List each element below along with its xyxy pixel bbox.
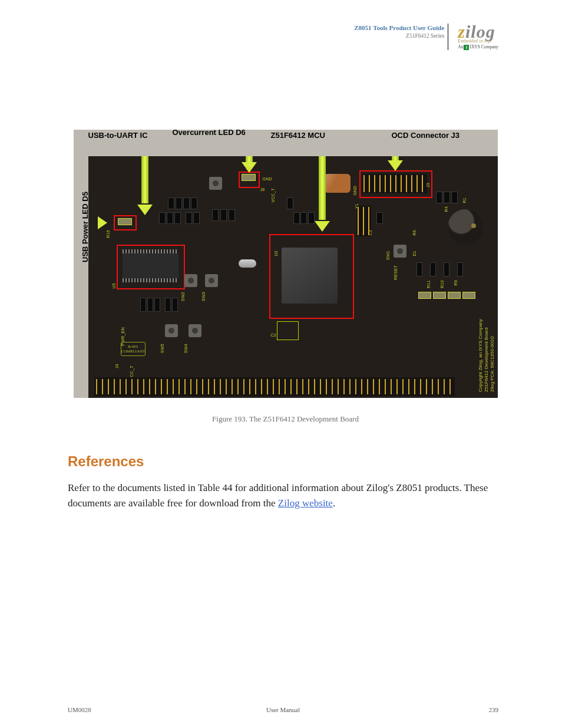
smd-12 [229,209,235,221]
smd-7 [174,212,181,224]
button-sw4 [189,324,201,337]
silk-d1: D1 [412,251,416,256]
smd-28 [444,262,449,276]
smd-6 [167,212,173,224]
smd-15 [300,212,307,224]
silk-sw1: SW1 [386,251,390,260]
zilog-website-link[interactable]: Zilog website [278,498,333,509]
silk-sw5: SW5 [160,344,164,353]
smd-23 [154,298,160,312]
button-reset [394,245,406,258]
header-divider [448,24,448,50]
silk-r16: R16 [106,230,110,238]
doc-title: Z8051 Tools Product User Guide [354,24,444,32]
section-heading: References [68,453,503,470]
footer-doc-id: UM0028 [68,706,91,713]
led-row-1 [448,292,461,299]
smd-9 [193,212,200,224]
smd-22 [147,298,153,312]
pcb: U5 U2 J3 J8 GND GND VCC_T PWR_EN RESET S… [88,156,498,398]
silk-sw2: SW2 [181,292,185,301]
silk-c3: C3 [368,230,372,236]
smd-29 [457,262,463,276]
smd-14 [293,212,300,224]
label-overcurrent: Overcurrent LED D6 [173,128,246,137]
silk-r1: R1 [462,197,467,203]
silk-gnd1: GND [263,177,272,181]
ixys-mark-icon: I [464,45,469,50]
outline-c2 [277,321,299,340]
arrow-d5 [98,216,111,229]
smd-25 [172,298,178,312]
led-d6 [242,174,256,181]
silk-u2: U2 [274,251,278,256]
crystal [239,259,256,268]
led-row-2 [462,292,475,299]
footer-doc-type: User Manual [266,706,300,713]
smd-27 [430,262,436,276]
smd-5 [159,212,166,224]
board-copyright: Copyright Zilog, an IXYS Company Z51F641… [478,251,495,392]
smd-10 [212,209,219,221]
arrow-ocd [389,156,402,171]
silk-r6: R6 [412,230,416,236]
rohs-badge: RoHS COMPLIANT [121,342,146,356]
silk-reset: RESET [394,265,398,280]
silk-r4: R4 [444,206,448,212]
smd-21 [140,298,146,312]
bottom-header [94,365,455,397]
footer-page-number: 239 [489,706,499,713]
page-header: Z8051 Tools Product User Guide Z51F6412 … [354,24,498,50]
figure-caption: Figure 193. The Z51F6412 Development Boa… [68,414,503,424]
button-sw3 [205,274,218,287]
box-ocd [359,170,432,198]
led-row-3 [418,292,431,299]
silk-j3: J3 [426,183,430,187]
smd-13 [287,197,293,209]
silk-y1: Y1 [355,203,359,209]
label-mcu: Z51F6412 MCU [271,131,325,140]
smd-24 [165,298,171,312]
label-ocd: OCD Connector J3 [392,131,460,140]
silk-gnd2: GND [353,186,357,195]
callout-labels: USB-to-UART IC Overcurrent LED D6 Z51F64… [74,130,498,144]
running-head: Z8051 Tools Product User Guide Z51F6412 … [354,24,444,50]
silk-c2: C2 [271,333,277,337]
arrow-mcu [316,156,329,232]
smd-3 [183,197,190,209]
smd-1 [168,197,174,209]
page-footer: UM0028 User Manual 239 [68,706,498,713]
silk-r10: R10 [440,280,444,288]
silk-j8: J8 [260,187,265,192]
doc-series: Z51F6412 Series [354,32,444,40]
zilog-logo: zilog Embedded in Life AnIIXYS Company [458,24,498,50]
smd-18 [436,192,442,203]
button-sw2 [184,274,197,287]
box-usb-uart [117,245,185,289]
smd-11 [220,209,227,221]
button-sw5 [165,324,178,337]
rohs-text: RoHS COMPLIANT [121,344,145,354]
arrow-usb-uart [138,156,151,215]
logo-word: zilog [458,24,495,39]
silk-vcct1: VCC_T [271,188,275,202]
logo-tagline: Embedded in Life [458,38,492,44]
silk-sw3: SW3 [201,292,206,301]
buzzer [448,209,483,245]
smd-26 [416,262,422,276]
silk-sw4: SW4 [184,344,188,353]
silk-r9: R9 [454,280,458,286]
smd-19 [444,192,450,203]
smd-4 [191,197,197,209]
body-paragraph: Refer to the documents listed in Table 4… [68,480,503,510]
silk-r11: R11 [427,280,431,288]
board-photo: USB-to-UART IC Overcurrent LED D6 Z51F64… [74,130,498,398]
smd-16 [308,212,315,224]
smd-8 [186,212,192,224]
led-row-4 [433,292,446,299]
logo-subtag: AnIIXYS Company [458,44,498,50]
smd-20 [451,192,458,203]
silk-d6: D6 [246,166,252,170]
smd-17 [376,212,383,224]
box-mcu [269,234,354,319]
